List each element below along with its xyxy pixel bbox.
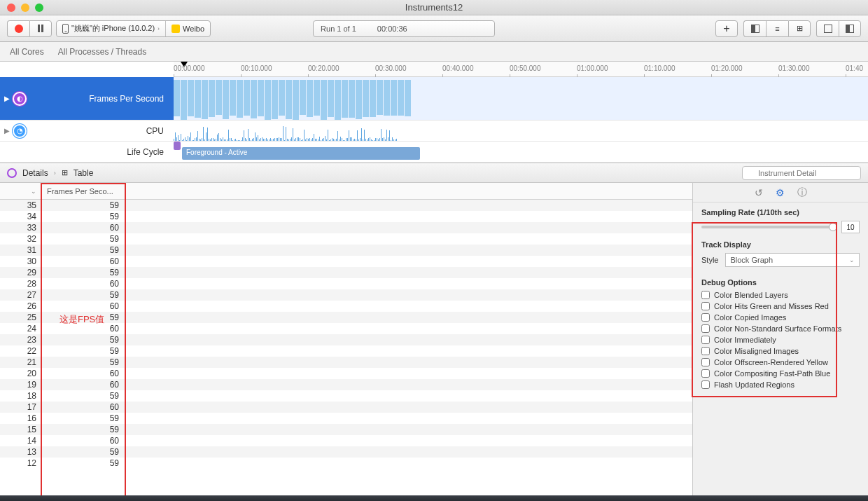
table-row[interactable]: 3060 [0,256,692,267]
time-ruler[interactable]: 00:00.00000:10.00000:20.00000:30.00000:4… [174,62,868,77]
row-fps: 59 [41,245,125,255]
table-row[interactable]: 1760 [0,402,692,413]
panel-left-icon[interactable] [816,20,839,37]
cpu-spike [342,138,342,141]
table-row[interactable]: 1259 [0,458,692,469]
target-selector[interactable]: "姚巍"的 iPhone (10.0.2)› Weibo [56,20,211,37]
table-row[interactable]: 1559 [0,424,692,435]
add-button[interactable]: + [715,20,738,37]
debug-option[interactable]: Color Copied Images [701,313,860,322]
filter-cores[interactable]: All Cores [10,47,44,57]
details-crumb[interactable]: Details [22,168,48,178]
debug-option[interactable]: Color Hits Green and Misses Red [701,302,860,310]
checkbox[interactable] [701,302,710,310]
table-row[interactable]: 1460 [0,435,692,446]
checkbox[interactable] [701,358,710,366]
checkbox[interactable] [701,336,710,344]
row-fps: 59 [41,391,125,401]
cpu-spike [266,138,267,141]
table-row[interactable]: 2660 [0,301,692,312]
sampling-slider[interactable] [701,226,837,228]
track-fps[interactable]: ▶◐ Frames Per Second [0,77,868,121]
table-row[interactable]: 3259 [0,233,692,245]
table-row[interactable]: 3360 [0,222,692,233]
cpu-spike [323,138,324,141]
debug-option[interactable]: Color Offscreen-Rendered Yellow [701,358,860,366]
history-icon[interactable]: ↺ [755,187,763,198]
cpu-spike [234,139,234,142]
gear-icon[interactable]: ⚙ [776,187,785,198]
info-icon[interactable]: ⓘ [797,186,807,199]
ruler-tick: 00:10.000 [241,64,272,72]
pause-button[interactable] [29,20,52,37]
option-label: Color Offscreen-Rendered Yellow [714,358,828,366]
debug-option[interactable]: Flash Updated Regions [701,380,860,389]
row-fps: 60 [41,279,125,289]
minimize-icon[interactable] [21,4,29,12]
table-row[interactable]: 2159 [0,357,692,368]
cpu-spike [252,139,253,141]
checkbox[interactable] [701,324,710,333]
cpu-spike [221,139,222,141]
cpu-spike [249,138,250,141]
checkbox[interactable] [701,291,710,299]
search-input[interactable] [742,166,861,180]
view-grid-icon[interactable]: ⊞ [788,20,811,37]
table-row[interactable]: 1859 [0,390,692,402]
cpu-spike [333,139,334,141]
record-button[interactable] [7,20,29,37]
track-lifecycle[interactable]: Life Cycle Foreground - Active [0,142,868,163]
table-crumb[interactable]: Table [74,168,94,178]
style-select[interactable]: Block Graph⌄ [725,253,860,267]
cpu-spike [263,139,264,141]
debug-option[interactable]: Color Misaligned Images [701,347,860,355]
sort-icon[interactable]: ⌄ [31,188,36,195]
close-icon[interactable] [7,4,15,12]
table-row[interactable]: 3459 [0,211,692,222]
table-row[interactable]: 2759 [0,289,692,301]
cpu-spike [351,137,352,141]
fps-bar [279,80,285,116]
debug-option[interactable]: Color Compositing Fast-Path Blue [701,369,860,378]
table-row[interactable]: 2359 [0,334,692,345]
table-row[interactable]: 2959 [0,267,692,278]
row-fps: 60 [41,223,125,233]
table-row[interactable]: 1359 [0,446,692,458]
checkbox[interactable] [701,369,710,378]
table-row[interactable]: 1960 [0,379,692,390]
fps-bar [377,80,383,115]
cpu-spike [225,139,226,141]
row-fps: 59 [41,458,125,468]
debug-option[interactable]: Color Blended Layers [701,291,860,299]
table-row[interactable]: 3159 [0,245,692,256]
debug-option[interactable]: Color Immediately [701,336,860,344]
view-strategy-icon[interactable] [743,20,766,37]
cpu-spike [179,140,180,141]
filter-processes[interactable]: All Processes / Threads [58,47,147,57]
table-row[interactable]: 2060 [0,368,692,379]
phone-icon [62,24,69,34]
checkbox[interactable] [701,380,710,389]
option-label: Color Non-Standard Surface Formats [714,324,841,333]
fps-bar [321,80,327,120]
sampling-value[interactable]: 10 [841,221,860,233]
checkbox[interactable] [701,313,710,322]
sampling-label: Sampling Rate (1/10th sec) [701,208,860,217]
col-fps-header[interactable]: Frames Per Seco... [41,183,125,199]
window-controls [0,4,43,12]
track-cpu[interactable]: ▶◔ CPU [0,121,868,142]
fps-bar [363,80,369,117]
table-row[interactable]: 2259 [0,345,692,357]
table-row[interactable]: 2860 [0,278,692,289]
checkbox[interactable] [701,347,710,355]
table-row[interactable]: 1659 [0,413,692,424]
zoom-icon[interactable] [35,4,43,12]
row-fps: 59 [41,212,125,221]
table-row[interactable]: 3559 [0,200,692,211]
cpu-spike [231,138,232,141]
run-status[interactable]: Run 1 of 1 00:00:36 [313,20,495,37]
debug-option[interactable]: Color Non-Standard Surface Formats [701,324,860,333]
panel-right-icon[interactable] [839,20,861,37]
view-list-icon[interactable]: ≡ [766,20,788,37]
fps-bar [230,80,236,116]
